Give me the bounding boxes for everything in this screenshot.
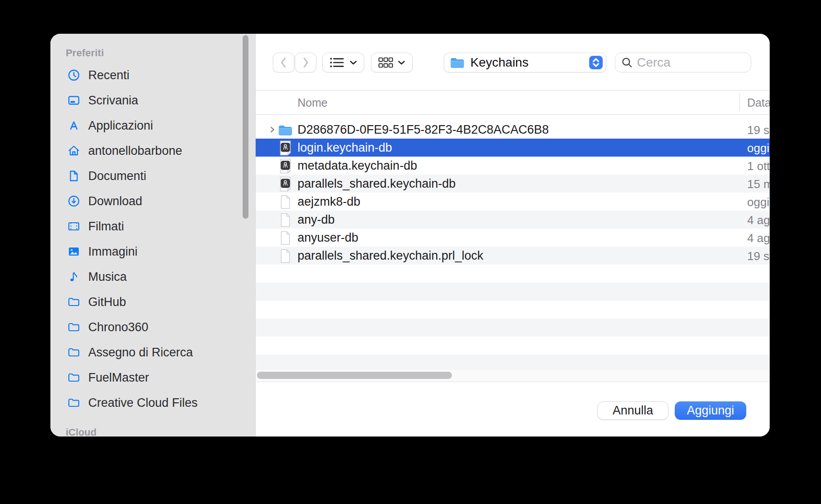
sidebar-item-documenti[interactable]: Documenti: [50, 163, 255, 189]
file-name: aejzmk8-db: [298, 195, 361, 209]
sidebar-item-label: FuelMaster: [88, 371, 149, 385]
screen-background: Preferiti RecentiScrivaniaApplicazionian…: [0, 0, 821, 504]
sidebar-item-label: Assegno di Ricerca: [88, 346, 193, 360]
folder-file-icon: [278, 122, 293, 138]
sidebar-item-label: antonellobarbone: [88, 144, 182, 158]
sidebar-section-preferiti: Preferiti: [66, 47, 104, 59]
file-row[interactable]: anyuser-db4 ag: [256, 229, 770, 247]
forward-button[interactable]: [295, 53, 316, 72]
filler-row: [256, 301, 770, 319]
file-date: oggi,: [747, 195, 770, 209]
sidebar-item-applicazioni[interactable]: Applicazioni: [50, 113, 255, 138]
home-icon: [67, 144, 81, 158]
horizontal-scrollbar-thumb[interactable]: [257, 372, 452, 379]
list-column-header: Nome Data: [256, 90, 770, 115]
file-row[interactable]: parallels_shared.keychain-db15 m: [256, 175, 770, 193]
document-icon: [67, 169, 81, 183]
chevron-down-icon: [349, 60, 357, 65]
file-row[interactable]: aejzmk8-dboggi,: [256, 193, 770, 211]
sidebar-item-label: Documenti: [88, 169, 146, 183]
filler-row: [256, 355, 770, 369]
plain-file-icon: [278, 230, 293, 246]
file-name: login.keychain-db: [298, 141, 392, 155]
sidebar-item-label: Filmati: [88, 220, 124, 234]
sidebar-item-label: Musica: [88, 270, 127, 284]
filler-row: [256, 265, 770, 283]
file-name: parallels_shared.keychain-db: [298, 177, 456, 191]
file-row[interactable]: D286876D-0FE9-51F5-82F3-4B2C8ACAC6B819 s…: [256, 121, 770, 139]
keychain-file-icon: [278, 176, 293, 192]
sidebar-item-label: Scrivania: [88, 94, 138, 108]
sidebar-item-chrono360[interactable]: Chrono360: [50, 315, 255, 340]
chevron-down-icon: [397, 60, 406, 65]
sidebar-item-label: Immagini: [88, 245, 138, 259]
filler-row: [256, 337, 770, 355]
folder-outline-icon: [67, 295, 81, 309]
sidebar-item-label: Recenti: [88, 68, 130, 82]
file-row[interactable]: metadata.keychain-db1 ott: [256, 157, 770, 175]
column-header-nome[interactable]: Nome: [298, 96, 328, 109]
music-icon: [67, 270, 81, 284]
file-row[interactable]: any-db4 ag: [256, 211, 770, 229]
file-date: 4 ag: [747, 231, 770, 245]
search-field[interactable]: [615, 53, 751, 72]
sidebar-item-label: Chrono360: [88, 320, 149, 334]
file-name: any-db: [298, 213, 335, 227]
sidebar-item-recenti[interactable]: Recenti: [50, 63, 255, 88]
sidebar-scrollbar[interactable]: [243, 35, 248, 219]
plain-file-icon: [278, 212, 293, 228]
file-name: D286876D-0FE9-51F5-82F3-4B2C8ACAC6B8: [298, 123, 549, 137]
search-icon: [621, 56, 633, 69]
file-date: 4 ag: [747, 213, 770, 227]
sidebar-item-label: GitHub: [88, 295, 126, 309]
download-icon: [67, 194, 81, 208]
column-header-data[interactable]: Data: [747, 96, 770, 109]
back-button[interactable]: [273, 53, 294, 72]
desktop-icon: [67, 94, 81, 107]
plain-file-icon: [278, 248, 293, 264]
sidebar-item-download[interactable]: Download: [50, 189, 255, 214]
sidebar-item-scrivania[interactable]: Scrivania: [50, 88, 255, 113]
file-list: D286876D-0FE9-51F5-82F3-4B2C8ACAC6B819 s…: [256, 115, 770, 369]
file-name: parallels_shared.keychain.prl_lock: [298, 249, 483, 263]
group-by-dropdown[interactable]: [371, 53, 413, 72]
sidebar-item-assegno-di-ricerca[interactable]: Assegno di Ricerca: [50, 340, 255, 365]
folder-outline-icon: [67, 371, 81, 384]
forward-chevron-icon: [301, 56, 310, 69]
file-row[interactable]: parallels_shared.keychain.prl_lock19 se: [256, 247, 770, 265]
list-view-icon: [329, 57, 345, 68]
cancel-button[interactable]: Annulla: [597, 401, 668, 420]
sidebar-item-filmati[interactable]: Filmati: [50, 214, 255, 239]
group-view-icon: [378, 56, 393, 69]
file-name: anyuser-db: [298, 231, 358, 245]
file-date: oggi,: [747, 141, 770, 155]
disclosure-chevron-icon[interactable]: [269, 126, 276, 133]
keychain-file-icon: [278, 158, 293, 174]
location-stepper[interactable]: [589, 56, 603, 69]
image-icon: [67, 245, 81, 258]
sidebar-item-immagini[interactable]: Immagini: [50, 239, 255, 264]
sidebar-item-musica[interactable]: Musica: [50, 264, 255, 289]
location-dropdown[interactable]: Keychains: [444, 53, 606, 72]
film-icon: [67, 220, 81, 233]
plain-file-icon: [278, 194, 293, 210]
view-mode-dropdown[interactable]: [322, 53, 364, 72]
sidebar-item-creative-cloud-files[interactable]: Creative Cloud Files: [50, 390, 255, 415]
column-divider[interactable]: [740, 94, 740, 111]
search-input[interactable]: [636, 55, 746, 70]
filler-row: [256, 319, 770, 337]
folder-outline-icon: [67, 346, 81, 359]
sidebar-item-antonellobarbone[interactable]: antonellobarbone: [50, 138, 255, 163]
folder-outline-icon: [67, 320, 81, 334]
horizontal-scrollbar-track[interactable]: [256, 369, 770, 382]
appstore-icon: [67, 119, 81, 132]
file-row[interactable]: login.keychain-dboggi,: [256, 139, 770, 157]
file-date: 1 ott: [747, 159, 770, 173]
location-label: Keychains: [470, 55, 528, 70]
add-button[interactable]: Aggiungi: [675, 401, 746, 420]
sidebar-item-github[interactable]: GitHub: [50, 289, 255, 315]
back-chevron-icon: [279, 56, 288, 69]
file-name: metadata.keychain-db: [298, 159, 417, 173]
sidebar-item-label: Creative Cloud Files: [88, 396, 198, 410]
sidebar-item-fuelmaster[interactable]: FuelMaster: [50, 365, 255, 390]
